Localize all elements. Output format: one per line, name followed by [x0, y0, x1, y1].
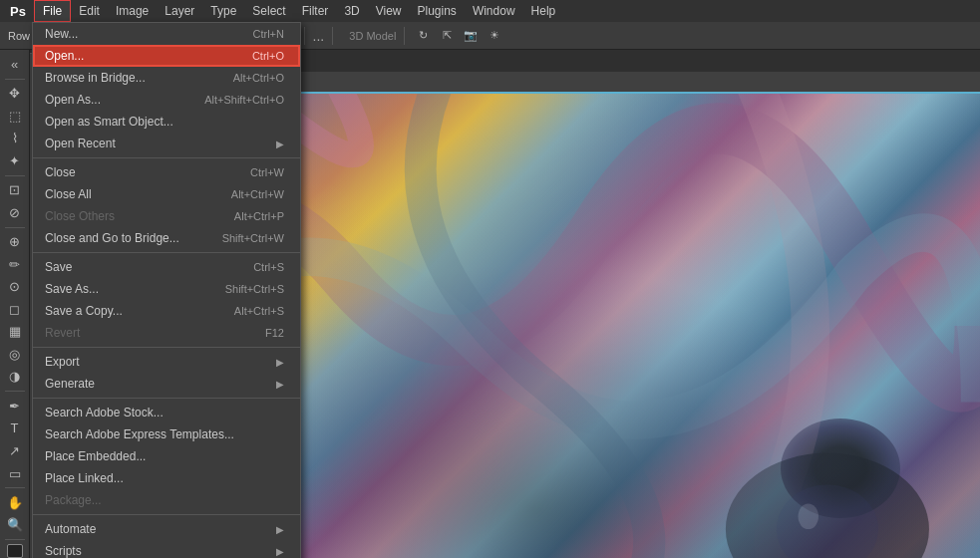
- menu-image[interactable]: Image: [108, 0, 157, 22]
- menu-separator-2: [33, 252, 300, 253]
- menu-item-search-express-label: Search Adobe Express Templates...: [45, 427, 234, 441]
- automate-arrow-icon: ▶: [276, 524, 284, 535]
- tool-path-select[interactable]: ↗: [3, 440, 27, 461]
- open-recent-arrow-icon: ▶: [276, 139, 284, 149]
- tool-lasso[interactable]: ⌇: [3, 129, 27, 149]
- menu-item-close-bridge-label: Close and Go to Bridge...: [45, 231, 179, 245]
- menu-item-new-label: New...: [45, 27, 78, 41]
- menu-item-open-as[interactable]: Open As... Alt+Shift+Ctrl+O: [33, 89, 300, 111]
- scale-3d-icon[interactable]: ⇱: [437, 26, 457, 46]
- menu-item-browse[interactable]: Browse in Bridge... Alt+Ctrl+O: [33, 67, 300, 89]
- menu-item-close-others-shortcut: Alt+Ctrl+P: [234, 210, 284, 222]
- toolbar-more-button[interactable]: ...: [313, 28, 325, 44]
- menu-window[interactable]: Window: [465, 0, 523, 22]
- rotate-3d-icon[interactable]: ↻: [413, 26, 433, 46]
- menu-separator-1: [33, 157, 300, 158]
- menu-layer[interactable]: Layer: [157, 0, 202, 22]
- tool-magic-wand[interactable]: ✦: [3, 150, 27, 171]
- menu-item-save[interactable]: Save Ctrl+S: [33, 256, 300, 278]
- menu-item-automate[interactable]: Automate ▶: [33, 518, 300, 540]
- menu-plugins[interactable]: Plugins: [410, 0, 465, 22]
- menu-item-generate-label: Generate: [45, 377, 95, 391]
- menu-item-revert[interactable]: Revert F12: [33, 322, 300, 344]
- tool-gradient[interactable]: ▦: [3, 322, 27, 343]
- tool-blur[interactable]: ◎: [3, 344, 27, 365]
- menu-separator-5: [33, 514, 300, 515]
- menu-item-save-as-label: Save As...: [45, 282, 99, 296]
- tool-expand-button[interactable]: «: [3, 54, 27, 75]
- menu-item-open-as-label: Open As...: [45, 93, 101, 107]
- tool-eyedropper[interactable]: ⊘: [3, 202, 27, 223]
- menu-item-close-all[interactable]: Close All Alt+Ctrl+W: [33, 183, 300, 205]
- menu-item-place-linked[interactable]: Place Linked...: [33, 467, 300, 489]
- menu-item-save-as-shortcut: Shift+Ctrl+S: [225, 283, 284, 295]
- foreground-color-swatch[interactable]: [7, 544, 23, 558]
- menu-item-save-as[interactable]: Save As... Shift+Ctrl+S: [33, 278, 300, 300]
- app-logo: Ps: [4, 4, 32, 19]
- tool-panel: « ✥ ⬚ ⌇ ✦ ⊡ ⊘ ⊕ ✏ ⊙ ◻ ▦ ◎ ◑ ✒ T ↗ ▭ ✋ 🔍: [0, 50, 30, 558]
- menu-item-automate-label: Automate: [45, 522, 96, 536]
- tool-divider-6: [5, 539, 25, 540]
- menu-item-new-shortcut: Ctrl+N: [253, 28, 284, 40]
- menu-item-scripts-label: Scripts: [45, 544, 82, 558]
- menu-item-open-recent-label: Open Recent: [45, 137, 116, 150]
- menu-item-export[interactable]: Export ▶: [33, 351, 300, 373]
- menu-item-generate[interactable]: Generate ▶: [33, 373, 300, 395]
- menu-item-place-linked-label: Place Linked...: [45, 471, 124, 485]
- tool-dodge[interactable]: ◑: [3, 367, 27, 388]
- menu-item-close[interactable]: Close Ctrl+W: [33, 161, 300, 183]
- menu-item-close-others[interactable]: Close Others Alt+Ctrl+P: [33, 205, 300, 227]
- tool-divider-1: [5, 79, 25, 80]
- menu-select[interactable]: Select: [244, 0, 293, 22]
- menu-type[interactable]: Type: [202, 0, 244, 22]
- menu-filter[interactable]: Filter: [294, 0, 337, 22]
- menu-item-save-copy-shortcut: Alt+Ctrl+S: [234, 305, 284, 317]
- menu-item-save-label: Save: [45, 260, 72, 274]
- light-3d-icon[interactable]: ☀: [485, 26, 504, 46]
- tool-brush[interactable]: ✏: [3, 254, 27, 275]
- tool-pen[interactable]: ✒: [3, 396, 27, 417]
- menu-item-open-shortcut: Ctrl+O: [252, 50, 284, 62]
- menu-file[interactable]: File: [34, 0, 71, 22]
- menu-view[interactable]: View: [368, 0, 410, 22]
- tool-crop[interactable]: ⊡: [3, 179, 27, 200]
- tool-divider-4: [5, 391, 25, 392]
- tool-move[interactable]: ✥: [3, 83, 27, 104]
- menu-item-search-stock[interactable]: Search Adobe Stock...: [33, 402, 300, 423]
- menu-item-scripts[interactable]: Scripts ▶: [33, 540, 300, 558]
- menu-edit[interactable]: Edit: [71, 0, 108, 22]
- menu-item-close-bridge-shortcut: Shift+Ctrl+W: [222, 232, 284, 244]
- tool-divider-3: [5, 227, 25, 228]
- menu-item-search-express[interactable]: Search Adobe Express Templates...: [33, 423, 300, 445]
- export-arrow-icon: ▶: [276, 357, 284, 368]
- menu-3d[interactable]: 3D: [336, 0, 367, 22]
- menu-item-save-copy[interactable]: Save a Copy... Alt+Ctrl+S: [33, 300, 300, 322]
- menu-item-close-all-label: Close All: [45, 187, 92, 201]
- tool-heal[interactable]: ⊕: [3, 231, 27, 252]
- menu-item-open[interactable]: Open... Ctrl+O: [33, 45, 300, 67]
- menu-item-revert-label: Revert: [45, 326, 80, 340]
- camera-3d-icon[interactable]: 📷: [461, 26, 481, 46]
- menu-item-open-label: Open...: [45, 49, 84, 63]
- menu-separator-4: [33, 398, 300, 399]
- tool-clone[interactable]: ⊙: [3, 277, 27, 298]
- menu-help[interactable]: Help: [523, 0, 564, 22]
- menu-item-new[interactable]: New... Ctrl+N: [33, 23, 300, 45]
- tool-type[interactable]: T: [3, 418, 27, 439]
- menu-item-place-embedded[interactable]: Place Embedded...: [33, 445, 300, 467]
- tool-divider-5: [5, 487, 25, 488]
- menu-item-close-shortcut: Ctrl+W: [250, 166, 284, 178]
- tool-marquee[interactable]: ⬚: [3, 106, 27, 127]
- menu-item-package[interactable]: Package...: [33, 489, 300, 511]
- tool-shape[interactable]: ▭: [3, 463, 27, 484]
- menu-separator-3: [33, 347, 300, 348]
- menu-item-place-embedded-label: Place Embedded...: [45, 449, 146, 463]
- menu-item-open-smart[interactable]: Open as Smart Object...: [33, 111, 300, 133]
- tool-zoom[interactable]: 🔍: [3, 515, 27, 536]
- tool-eraser[interactable]: ◻: [3, 299, 27, 320]
- menu-item-open-recent[interactable]: Open Recent ▶: [33, 133, 300, 154]
- toolbar-separator-5: [404, 27, 405, 45]
- tool-divider-2: [5, 175, 25, 176]
- tool-hand[interactable]: ✋: [3, 492, 27, 513]
- menu-item-close-bridge[interactable]: Close and Go to Bridge... Shift+Ctrl+W: [33, 227, 300, 249]
